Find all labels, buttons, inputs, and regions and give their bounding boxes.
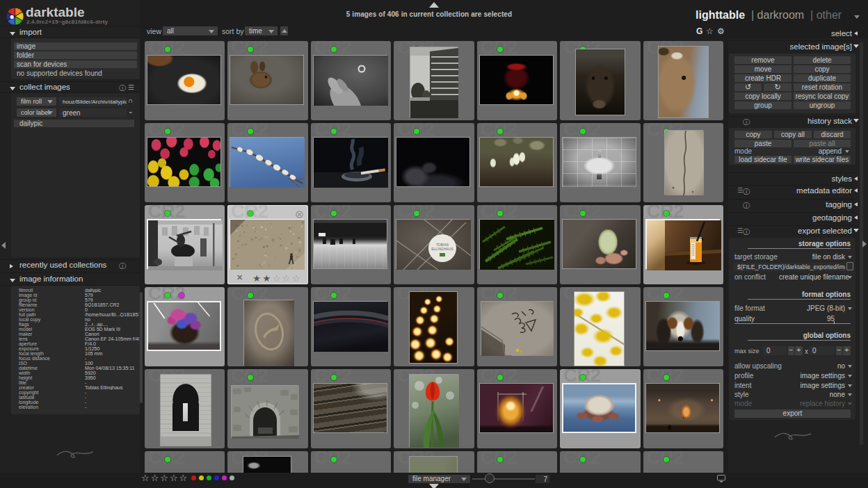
svg-text:ELLINGHAUS: ELLINGHAUS — [431, 247, 453, 251]
